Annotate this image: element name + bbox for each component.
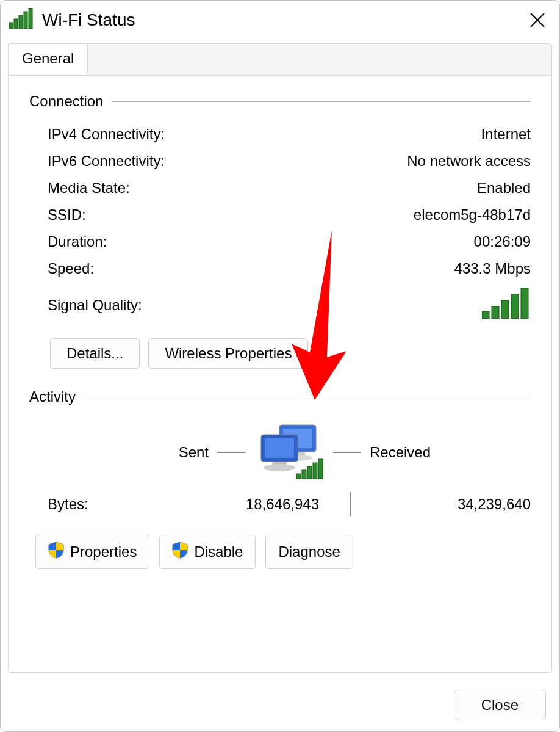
- svg-rect-10: [511, 294, 519, 319]
- row-ssid: SSID: elecom5g-48b17d: [29, 201, 531, 228]
- connection-section-header: Connection: [29, 93, 531, 110]
- row-media-state: Media State: Enabled: [29, 175, 531, 201]
- bytes-received-value: 34,239,640: [351, 496, 531, 513]
- divider: [84, 397, 531, 397]
- tab-body: Connection IPv4 Connectivity: Internet I…: [9, 75, 551, 672]
- svg-rect-0: [9, 23, 13, 29]
- bytes-row: Bytes: 18,646,943 34,239,640: [29, 488, 531, 529]
- signal-bars-icon: [482, 288, 531, 322]
- ssid-label: SSID:: [48, 206, 86, 223]
- svg-rect-3: [24, 12, 27, 29]
- svg-rect-20: [296, 474, 301, 479]
- svg-rect-24: [318, 459, 323, 479]
- close-button[interactable]: Close: [454, 690, 546, 720]
- titlebar: Wi-Fi Status: [1, 1, 559, 43]
- row-duration: Duration: 00:26:09: [29, 228, 531, 255]
- ipv4-label: IPv4 Connectivity:: [48, 126, 165, 143]
- svg-rect-22: [307, 466, 312, 479]
- connection-header-text: Connection: [29, 93, 112, 110]
- received-label: Received: [370, 444, 431, 461]
- disable-button-label: Disable: [194, 543, 243, 560]
- ssid-value: elecom5g-48b17d: [414, 206, 531, 223]
- activity-buttons: Properties Disable Di: [29, 529, 531, 569]
- ipv4-value: Internet: [481, 126, 531, 143]
- connection-buttons: Details... Wireless Properties: [29, 328, 531, 385]
- sent-label: Sent: [179, 444, 209, 461]
- network-computers-icon: [253, 420, 326, 485]
- content-pane: General Connection IPv4 Connectivity: In…: [8, 43, 552, 673]
- svg-rect-21: [302, 470, 306, 479]
- activity-header-text: Activity: [29, 388, 84, 405]
- sent-label-group: Sent: [48, 444, 253, 461]
- disable-button[interactable]: Disable: [159, 535, 256, 569]
- duration-value: 00:26:09: [474, 233, 531, 250]
- svg-point-19: [264, 464, 295, 471]
- details-button-label: Details...: [66, 345, 123, 362]
- close-button-label: Close: [481, 697, 519, 714]
- svg-rect-1: [14, 19, 18, 29]
- signal-quality-label: Signal Quality:: [48, 297, 142, 314]
- wireless-properties-button[interactable]: Wireless Properties: [148, 338, 308, 369]
- ipv6-value: No network access: [407, 153, 531, 170]
- wireless-properties-button-label: Wireless Properties: [165, 345, 292, 362]
- uac-shield-icon: [172, 542, 188, 562]
- bytes-label: Bytes:: [48, 496, 170, 513]
- media-state-label: Media State:: [48, 179, 130, 197]
- speed-value: 433.3 Mbps: [454, 260, 531, 277]
- svg-rect-4: [29, 8, 32, 29]
- received-label-group: Received: [326, 444, 531, 461]
- details-button[interactable]: Details...: [50, 338, 140, 369]
- row-speed: Speed: 433.3 Mbps: [29, 255, 531, 282]
- svg-rect-17: [265, 438, 294, 458]
- dash-left: [217, 452, 245, 453]
- tab-general[interactable]: General: [8, 43, 88, 74]
- wifi-status-window: Wi-Fi Status General Connection IPv4 Con…: [0, 0, 560, 732]
- window-title: Wi-Fi Status: [42, 10, 524, 30]
- wifi-bars-icon: [9, 8, 34, 32]
- media-state-value: Enabled: [477, 179, 531, 197]
- window-close-button[interactable]: [524, 7, 551, 34]
- diagnose-button-label: Diagnose: [278, 543, 340, 560]
- sent-received-row: Sent: [29, 414, 531, 488]
- tab-general-label: General: [22, 50, 74, 67]
- svg-rect-23: [313, 463, 317, 479]
- duration-label: Duration:: [48, 233, 107, 250]
- close-icon: [529, 12, 545, 28]
- ipv6-label: IPv6 Connectivity:: [48, 153, 165, 170]
- uac-shield-icon: [48, 542, 64, 562]
- properties-button-label: Properties: [70, 543, 137, 560]
- row-signal-quality: Signal Quality:: [29, 282, 531, 328]
- dash-right: [333, 452, 361, 453]
- speed-label: Speed:: [48, 260, 94, 277]
- bytes-sent-value: 18,646,943: [170, 496, 350, 513]
- dialog-footer: Close: [1, 680, 559, 731]
- svg-rect-9: [501, 300, 509, 319]
- svg-rect-11: [521, 288, 528, 319]
- diagnose-button[interactable]: Diagnose: [265, 535, 353, 569]
- svg-rect-8: [492, 306, 499, 319]
- row-ipv6: IPv6 Connectivity: No network access: [29, 148, 531, 175]
- svg-rect-7: [482, 311, 489, 319]
- svg-rect-2: [19, 15, 23, 29]
- properties-button[interactable]: Properties: [35, 535, 149, 569]
- divider: [112, 101, 531, 102]
- activity-section-header: Activity: [29, 388, 531, 405]
- row-ipv4: IPv4 Connectivity: Internet: [29, 121, 531, 148]
